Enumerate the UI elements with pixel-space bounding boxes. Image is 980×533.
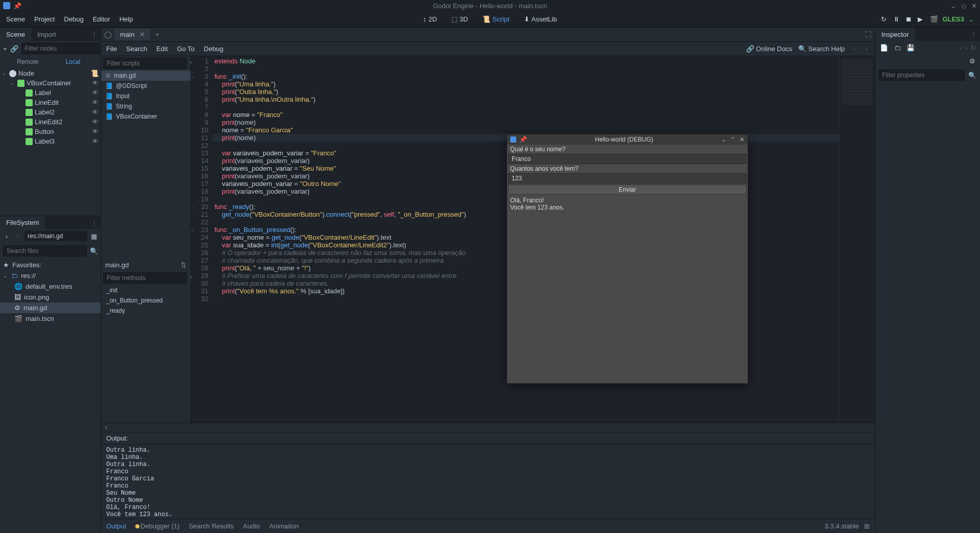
script-menu-search[interactable]: Search — [126, 45, 147, 53]
close-icon[interactable]: ✕ — [739, 136, 745, 143]
visibility-icon[interactable]: 👁 — [92, 108, 99, 116]
method--on-Button-pressed[interactable]: _on_Button_pressed — [101, 295, 190, 306]
script-menu-file[interactable]: File — [106, 45, 117, 53]
tab-scene[interactable]: Scene — [0, 28, 31, 41]
subtab-local[interactable]: Local — [51, 57, 96, 66]
filter-properties-input[interactable] — [878, 69, 965, 81]
menu-scene[interactable]: Scene — [6, 15, 25, 23]
new-resource-icon[interactable]: 📄 — [879, 43, 889, 52]
nav-fwd-icon[interactable]: › — [864, 45, 870, 53]
script-menu-edit[interactable]: Edit — [156, 45, 168, 53]
script-attached-icon[interactable]: 📜 — [90, 69, 99, 77]
script-item-string[interactable]: 📘String — [101, 101, 190, 111]
add-node-icon[interactable]: + — [3, 44, 7, 53]
filesystem-tree[interactable]: ★Favorites: ⌄🗀res:// 🌐default_env.tres🖼i… — [0, 259, 101, 533]
minimap[interactable] — [839, 56, 875, 423]
tab-import[interactable]: Import — [31, 28, 62, 41]
renderer-dropdown-icon[interactable]: ⌄ — [968, 15, 974, 23]
filter-nodes-input[interactable] — [21, 43, 105, 54]
method--init[interactable]: _init — [101, 285, 190, 295]
sort-icon[interactable]: ⇅ — [181, 261, 186, 269]
menu-debug[interactable]: Debug — [64, 15, 83, 23]
minimize-icon[interactable]: ⌄ — [721, 136, 726, 143]
favorites-row[interactable]: ★Favorites: — [0, 260, 101, 270]
distraction-free-icon[interactable]: ⛶ — [865, 31, 872, 38]
scene-tree[interactable]: ⌄Node📜⌄VBoxContainer👁Label👁LineEdit👁Labe… — [0, 67, 101, 216]
visibility-icon[interactable]: 👁 — [92, 99, 99, 106]
play-project-icon[interactable]: ▶ — [918, 15, 926, 24]
game-input-age[interactable]: 123 — [508, 173, 747, 183]
bottom-tab-animation[interactable]: Animation — [269, 522, 299, 530]
game-submit-button[interactable]: Enviar — [508, 184, 747, 195]
bottom-tab-search-results[interactable]: Search Results — [189, 522, 234, 530]
visibility-icon[interactable]: 👁 — [92, 79, 99, 87]
close-tab-icon[interactable]: ✕ — [139, 31, 145, 38]
close-icon[interactable]: ✕ — [971, 2, 977, 10]
fs-path[interactable]: res://main.gd — [25, 231, 87, 241]
workspace-3d[interactable]: ⬚ 3D — [447, 13, 472, 25]
game-debug-window[interactable]: 📌 Hello-world (DEBUG) ⌄ ⌃ ✕ Qual é o seu… — [507, 134, 748, 384]
script-item-maingd[interactable]: ⚙main.gd — [101, 71, 190, 81]
online-docs-link[interactable]: 🔗 Online Docs — [746, 45, 792, 53]
scene-node-button[interactable]: Button👁 — [0, 127, 101, 136]
visibility-icon[interactable]: 👁 — [92, 118, 99, 126]
workspace-2d[interactable]: ↕ 2D — [419, 13, 441, 25]
script-item-input[interactable]: 📘Input — [101, 91, 190, 101]
nav-fwd-icon[interactable]: › — [13, 231, 22, 241]
menu-editor[interactable]: Editor — [93, 15, 110, 23]
pause-icon[interactable]: ⏸ — [893, 15, 901, 24]
scene-node-lineedit2[interactable]: LineEdit2👁 — [0, 117, 101, 127]
visibility-icon[interactable]: 👁 — [92, 137, 99, 145]
visibility-icon[interactable]: 👁 — [92, 128, 99, 135]
history-fwd-icon[interactable]: › — [965, 44, 967, 52]
menu-project[interactable]: Project — [34, 15, 55, 23]
scene-node-vboxcontainer[interactable]: ⌄VBoxContainer👁 — [0, 78, 101, 88]
play-scene-icon[interactable]: 🎬 — [930, 15, 938, 24]
maximize-icon[interactable]: ◇ — [961, 2, 966, 10]
load-resource-icon[interactable]: 🗀 — [893, 43, 902, 52]
dock-menu-icon[interactable]: ⋮ — [91, 31, 98, 38]
fs-file-default_env-tres[interactable]: 🌐default_env.tres — [0, 281, 101, 292]
method--ready[interactable]: _ready — [101, 306, 190, 316]
reload-icon[interactable]: ↻ — [881, 15, 889, 24]
fs-grid-icon[interactable]: ▦ — [89, 231, 99, 241]
search-icon[interactable]: 🔍 — [90, 246, 98, 256]
fs-file-main-gd[interactable]: ⚙main.gd — [0, 303, 101, 313]
game-input-name[interactable]: Franco — [508, 154, 747, 164]
script-item-vboxcontainer[interactable]: 📘VBoxContainer — [101, 111, 190, 122]
layout-icon[interactable]: ⊞ — [864, 522, 870, 530]
search-help-link[interactable]: 🔍 Search Help — [798, 45, 845, 53]
fs-file-icon-png[interactable]: 🖼icon.png — [0, 292, 101, 303]
dock-menu-icon[interactable]: ⋮ — [91, 219, 98, 227]
tab-inspector[interactable]: Inspector — [875, 28, 915, 41]
script-menu-debug[interactable]: Debug — [204, 45, 223, 53]
fs-search-input[interactable] — [3, 245, 87, 257]
search-icon[interactable]: 🔍 — [968, 71, 977, 80]
script-menu-go-to[interactable]: Go To — [177, 45, 195, 53]
bottom-tab-debugger[interactable]: Debugger (1) — [135, 522, 180, 530]
bottom-tab-output[interactable]: Output — [106, 522, 126, 530]
nav-back-icon[interactable]: ‹ — [851, 45, 857, 53]
fs-file-main-tscn[interactable]: 🎬main.tscn — [0, 313, 101, 324]
scene-node-node[interactable]: ⌄Node📜 — [0, 68, 101, 78]
pin-icon[interactable]: 📌 — [519, 136, 527, 143]
visibility-icon[interactable]: 👁 — [92, 89, 99, 97]
bottom-tab-audio[interactable]: Audio — [243, 522, 260, 530]
filter-methods-input[interactable] — [103, 272, 187, 284]
minimize-icon[interactable]: ⌄ — [950, 2, 956, 10]
save-resource-icon[interactable]: 💾 — [906, 43, 915, 52]
scene-node-lineedit[interactable]: LineEdit👁 — [0, 98, 101, 107]
scene-node-label2[interactable]: Label2👁 — [0, 107, 101, 117]
history-back-icon[interactable]: ‹ — [960, 44, 962, 52]
dock-menu-icon[interactable]: ⋮ — [970, 31, 977, 38]
fs-root-row[interactable]: ⌄🗀res:// — [0, 270, 101, 281]
pin-icon[interactable]: 📌 — [13, 2, 21, 10]
scene-node-label3[interactable]: Label3👁 — [0, 136, 101, 146]
breadcrumb-toggle[interactable]: ‹ — [101, 423, 875, 432]
tab-filesystem[interactable]: FileSystem — [0, 216, 45, 229]
link-icon[interactable]: 🔗 — [10, 44, 18, 53]
maximize-icon[interactable]: ⌃ — [730, 136, 735, 143]
renderer-label[interactable]: GLES3 — [942, 15, 964, 23]
stop-icon[interactable]: ⏹ — [905, 15, 914, 24]
history-menu-icon[interactable]: ↻ — [970, 44, 976, 52]
